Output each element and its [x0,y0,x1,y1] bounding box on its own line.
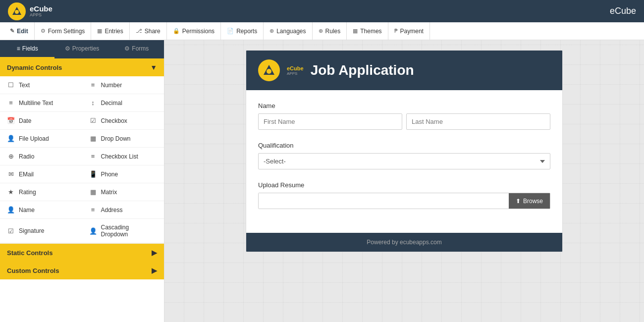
form-header: eCube APPS Job Application [246,51,562,90]
control-matrix[interactable]: ▦ Matrix [82,183,164,201]
name-label: Name [258,102,550,109]
reports-icon: 📄 [227,28,234,34]
logo-text-block: eCube APPS [30,5,53,17]
control-checkbox-list[interactable]: ≡ Checkbox List [82,148,164,165]
control-dropdown[interactable]: ▦ Drop Down [82,130,164,148]
control-number[interactable]: ≡ Number [82,76,164,94]
dynamic-controls-grid: ☐ Text ≡ Number ≡ Multiline Text ↕ Decim… [0,76,164,244]
menu-entries[interactable]: ▦ Entries [91,22,129,40]
checkbox-icon: ☑ [89,117,97,124]
menu-themes[interactable]: ▦ Themes [347,22,388,40]
phone-icon: 📱 [89,170,97,178]
first-name-input[interactable] [258,113,402,130]
checkbox-list-icon: ≡ [89,153,97,160]
control-phone-label: Phone [101,171,118,178]
control-checkbox-list-label: Checkbox List [101,153,138,160]
control-file-upload[interactable]: 👤 File Upload [0,130,82,148]
control-multiline[interactable]: ≡ Multiline Text [0,94,82,112]
name-icon: 👤 [7,206,15,214]
properties-tab-icon: ⚙ [65,45,70,52]
menu-permissions[interactable]: 🔒 Permissions [167,22,221,40]
control-checkbox[interactable]: ☑ Checkbox [82,112,164,130]
control-address-label: Address [101,207,123,214]
menu-languages[interactable]: ⊕ Languages [264,22,312,40]
control-rating-label: Rating [19,189,36,196]
menubar: ✎ Edit ⚙ Form Settings ▦ Entries ⎇ Share… [0,22,644,40]
menu-form-settings-label: Form Settings [48,28,85,35]
menu-themes-label: Themes [360,28,381,35]
menu-payment-label: Payment [400,28,424,35]
control-address[interactable]: ≡ Address [82,201,164,219]
control-multiline-label: Multiline Text [19,100,53,107]
custom-chevron-icon: ▶ [152,267,157,274]
menu-languages-label: Languages [276,28,306,35]
qualification-select[interactable]: -Select- [258,153,550,169]
control-text[interactable]: ☐ Text [0,76,82,94]
tab-properties[interactable]: ⚙ Properties [54,40,109,58]
fields-tab-label: Fields [22,45,38,52]
control-radio-label: Radio [19,153,34,160]
fields-tab-icon: ≡ [17,45,20,52]
static-controls-header[interactable]: Static Controls ▶ [0,244,164,262]
form-body: Name Qualification -Select- Upload Resum… [246,90,562,233]
form-logo [258,59,280,81]
menu-form-settings[interactable]: ⚙ Form Settings [35,22,92,40]
entries-icon: ▦ [97,28,102,34]
address-icon: ≡ [89,206,97,214]
rules-icon: ⊕ [319,28,323,34]
control-matrix-label: Matrix [101,189,117,196]
control-file-upload-label: File Upload [19,135,49,142]
name-input-row [258,113,550,130]
content-area: eCube APPS Job Application Name Quali [164,40,644,322]
resume-field-group: Upload Resume ⬆ Browse [258,181,550,209]
tab-forms[interactable]: ⚙ Forms [109,40,164,58]
control-phone[interactable]: 📱 Phone [82,165,164,183]
themes-icon: ▦ [353,28,358,34]
control-radio[interactable]: ⊕ Radio [0,148,82,165]
menu-entries-label: Entries [105,28,123,35]
form-title: Job Application [311,62,414,78]
browse-button[interactable]: ⬆ Browse [509,193,550,209]
control-name[interactable]: 👤 Name [0,201,82,219]
menu-share[interactable]: ⎇ Share [130,22,167,40]
date-icon: 📅 [7,117,15,124]
main-layout: ≡ Fields ⚙ Properties ⚙ Forms Dynamic Co… [0,40,644,322]
control-rating[interactable]: ★ Rating [0,183,82,201]
multiline-icon: ≡ [7,99,15,107]
control-dropdown-label: Drop Down [101,135,131,142]
menu-payment[interactable]: ₱ Payment [388,22,430,40]
control-signature[interactable]: ☑ Signature [0,219,82,243]
control-email[interactable]: ✉ EMail [0,165,82,183]
dynamic-chevron-icon: ▼ [150,63,157,71]
menu-edit[interactable]: ✎ Edit [4,22,35,40]
form-card: eCube APPS Job Application Name Quali [246,50,563,252]
static-controls-label: Static Controls [7,249,53,257]
control-text-label: Text [19,82,30,89]
control-signature-label: Signature [19,227,44,234]
topbar-title: eCube [610,6,636,16]
control-cascading[interactable]: 👤 Cascading Dropdown [82,219,164,243]
properties-tab-label: Properties [72,45,100,52]
tab-fields[interactable]: ≡ Fields [0,40,54,58]
qualification-field-group: Qualification -Select- [258,142,550,169]
lock-icon: 🔒 [173,28,180,34]
menu-reports[interactable]: 📄 Reports [221,22,264,40]
custom-controls-header[interactable]: Custom Controls ▶ [0,262,164,279]
forms-tab-icon: ⚙ [124,45,130,52]
settings-icon: ⚙ [41,28,46,34]
number-icon: ≡ [89,81,97,89]
menu-rules[interactable]: ⊕ Rules [313,22,347,40]
forms-tab-label: Forms [132,45,149,52]
resume-file-input[interactable] [259,193,509,209]
payment-icon: ₱ [394,28,398,34]
control-date[interactable]: 📅 Date [0,112,82,130]
email-icon: ✉ [7,170,15,178]
upload-icon: ⬆ [516,198,521,205]
languages-icon: ⊕ [269,28,274,34]
dynamic-controls-header[interactable]: Dynamic Controls ▼ [0,58,164,76]
control-decimal[interactable]: ↕ Decimal [82,94,164,112]
brand-sub: APPS [30,12,53,17]
last-name-input[interactable] [406,113,550,130]
radio-icon: ⊕ [7,153,15,160]
menu-share-label: Share [145,28,161,35]
